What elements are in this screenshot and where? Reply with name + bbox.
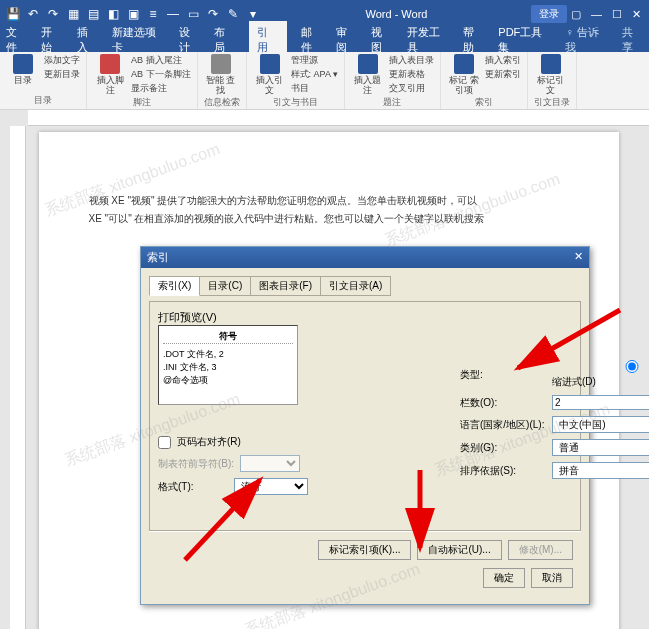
dialog-tab-tof[interactable]: 图表目录(F) — [250, 276, 321, 296]
qat-icon[interactable]: ▭ — [184, 5, 202, 23]
qat-icon[interactable]: ✎ — [224, 5, 242, 23]
columns-label: 栏数(O): — [460, 396, 546, 410]
update-toc-button[interactable]: 更新目录 — [44, 68, 80, 81]
smart-lookup-button[interactable]: 智能 查找 — [204, 54, 238, 96]
dialog-tab-index[interactable]: 索引(X) — [149, 276, 200, 296]
dialog-titlebar[interactable]: 索引 ✕ — [141, 247, 589, 268]
automark-button[interactable]: 自动标记(U)... — [417, 540, 501, 560]
category-label: 类别(G): — [460, 441, 546, 455]
menu-bar: 文件 开始 插入 新建选项卡 设计 布局 引用 邮件 审阅 视图 开发工具 帮助… — [0, 28, 649, 52]
qat-icon[interactable]: ≡ — [144, 5, 162, 23]
tab-leader-label: 制表符前导符(B): — [158, 457, 234, 471]
tab-pdf[interactable]: PDF工具集 — [498, 25, 551, 55]
tab-devtools[interactable]: 开发工具 — [407, 25, 450, 55]
cross-reference-button[interactable]: 交叉引用 — [389, 82, 434, 95]
share-button[interactable]: 共享 — [622, 25, 643, 55]
qat-icon[interactable]: — — [164, 5, 182, 23]
language-label: 语言(国家/地区)(L): — [460, 418, 546, 432]
qat-icon[interactable]: ▣ — [124, 5, 142, 23]
category-select[interactable]: 普通 — [552, 439, 649, 456]
group-caption: 插入题注 插入表目录 更新表格 交叉引用 题注 — [345, 52, 441, 109]
quick-access-toolbar: 💾 ↶ ↷ ▦ ▤ ◧ ▣ ≡ — ▭ ↷ ✎ ▾ — [4, 5, 262, 23]
group-index: 标记 索引项 插入索引 更新索引 索引 — [441, 52, 528, 109]
insert-footnote-button[interactable]: 插入脚注 — [93, 54, 127, 96]
toc-button[interactable]: 目录 — [6, 54, 40, 86]
group-toc: 目录 添加文字 更新目录 目录 — [0, 52, 87, 109]
tell-me[interactable]: ♀ 告诉我 — [565, 25, 608, 55]
group-toa: 标记引文 引文目录 — [528, 52, 577, 109]
ribbon: 目录 添加文字 更新目录 目录 插入脚注 AB 插入尾注 AB 下一条脚注 显示… — [0, 52, 649, 110]
right-align-checkbox[interactable] — [158, 436, 171, 449]
insert-caption-button[interactable]: 插入题注 — [351, 54, 385, 96]
paragraph: XE "可以" 在相直添加的视频的嵌入代码中进行粘贴。您也可以键入一个关键字以联… — [89, 210, 569, 228]
tab-home[interactable]: 开始 — [41, 25, 62, 55]
mark-index-entry-button[interactable]: 标记 索引项 — [447, 54, 481, 96]
dialog-tab-toa[interactable]: 引文目录(A) — [320, 276, 391, 296]
tab-view[interactable]: 视图 — [371, 25, 392, 55]
group-label: 目录 — [6, 94, 80, 107]
format-label: 格式(T): — [158, 480, 228, 494]
bibliography-button[interactable]: 书目 — [291, 82, 338, 95]
preview-label: 打印预览(V) — [158, 311, 217, 323]
citation-style[interactable]: 样式: APA ▾ — [291, 68, 338, 81]
ribbon-options-icon[interactable]: ▢ — [571, 8, 581, 21]
language-select[interactable]: 中文(中国) — [552, 416, 649, 433]
group-footnote: 插入脚注 AB 插入尾注 AB 下一条脚注 显示备注 脚注 — [87, 52, 198, 109]
right-align-label: 页码右对齐(R) — [177, 435, 247, 449]
horizontal-ruler[interactable] — [28, 110, 649, 126]
add-text-button[interactable]: 添加文字 — [44, 54, 80, 67]
type-label: 类型: — [460, 368, 546, 382]
columns-spinner[interactable] — [552, 395, 649, 410]
dialog-tab-toc[interactable]: 目录(C) — [199, 276, 251, 296]
group-label: 索引 — [447, 96, 521, 109]
group-label: 信息检索 — [204, 96, 240, 109]
group-label: 题注 — [351, 96, 434, 109]
minimize-icon[interactable]: — — [591, 8, 602, 21]
next-footnote-button[interactable]: AB 下一条脚注 — [131, 68, 191, 81]
tab-layout[interactable]: 布局 — [214, 25, 235, 55]
vertical-ruler[interactable] — [10, 126, 26, 629]
tab-mailings[interactable]: 邮件 — [301, 25, 322, 55]
group-label: 引文目录 — [534, 96, 570, 109]
qat-icon[interactable]: ▦ — [64, 5, 82, 23]
sort-select[interactable]: 拼音 — [552, 462, 649, 479]
close-icon[interactable]: ✕ — [632, 8, 641, 21]
mark-entry-button[interactable]: 标记索引项(K)... — [318, 540, 412, 560]
update-table-button[interactable]: 更新表格 — [389, 68, 434, 81]
show-notes-button[interactable]: 显示备注 — [131, 82, 191, 95]
qat-icon[interactable]: ▤ — [84, 5, 102, 23]
insert-tof-button[interactable]: 插入表目录 — [389, 54, 434, 67]
group-label: 引文与书目 — [253, 96, 338, 109]
tab-leader-select — [240, 455, 300, 472]
maximize-icon[interactable]: ☐ — [612, 8, 622, 21]
tab-newtab[interactable]: 新建选项卡 — [112, 25, 165, 55]
undo-icon[interactable]: ↶ — [24, 5, 42, 23]
modify-button[interactable]: 修改(M)... — [508, 540, 573, 560]
group-label: 脚注 — [93, 96, 191, 109]
login-button[interactable]: 登录 — [531, 5, 567, 23]
mark-citation-button[interactable]: 标记引文 — [534, 54, 568, 96]
tab-insert[interactable]: 插入 — [77, 25, 98, 55]
insert-citation-button[interactable]: 插入引文 — [253, 54, 287, 96]
group-lookup: 智能 查找 信息检索 — [198, 52, 247, 109]
print-preview: 符号 .DOT 文件名, 2 .INI 文件名, 3 @命令选项 — [158, 325, 298, 405]
dialog-close-icon[interactable]: ✕ — [574, 250, 583, 265]
qat-icon[interactable]: ↷ — [204, 5, 222, 23]
update-index-button[interactable]: 更新索引 — [485, 68, 521, 81]
format-select[interactable]: 流行 — [234, 478, 308, 495]
redo-icon[interactable]: ↷ — [44, 5, 62, 23]
insert-endnote-button[interactable]: AB 插入尾注 — [131, 54, 191, 67]
save-icon[interactable]: 💾 — [4, 5, 22, 23]
type-indented-radio[interactable]: 缩进式(D) — [552, 360, 649, 389]
tab-file[interactable]: 文件 — [6, 25, 27, 55]
ok-button[interactable]: 确定 — [483, 568, 525, 588]
insert-index-button[interactable]: 插入索引 — [485, 54, 521, 67]
paragraph: 视频 XE "视频" 提供了功能强大的方法帮助您证明您的观点。当您单击联机视频时… — [89, 192, 569, 210]
cancel-button[interactable]: 取消 — [531, 568, 573, 588]
dialog-tabs: 索引(X) 目录(C) 图表目录(F) 引文目录(A) — [149, 276, 581, 296]
tab-review[interactable]: 审阅 — [336, 25, 357, 55]
manage-sources-button[interactable]: 管理源 — [291, 54, 338, 67]
qat-icon[interactable]: ◧ — [104, 5, 122, 23]
tab-help[interactable]: 帮助 — [463, 25, 484, 55]
tab-design[interactable]: 设计 — [179, 25, 200, 55]
